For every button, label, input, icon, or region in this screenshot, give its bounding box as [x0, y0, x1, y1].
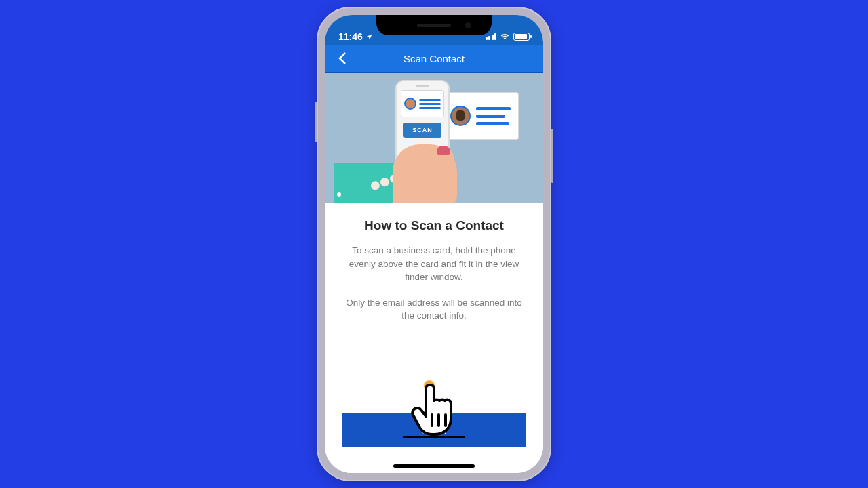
content-paragraph-1: To scan a business card, hold the phone … [342, 244, 526, 284]
nav-bar: Scan Contact [325, 45, 543, 73]
signal-icon [486, 33, 497, 40]
instruction-illustration: SCAN [325, 73, 543, 203]
content-paragraph-2: Only the email address will be scanned i… [342, 296, 526, 323]
page-indicator [337, 192, 341, 197]
status-time: 11:46 [338, 31, 363, 42]
battery-icon [513, 33, 530, 41]
wifi-icon [500, 31, 510, 42]
content-area: How to Scan a Contact To scan a business… [325, 203, 543, 473]
phone-screen: 11:46 Scan Contact [325, 15, 543, 473]
phone-frame: 11:46 Scan Contact [317, 7, 551, 481]
location-icon [366, 33, 373, 41]
device-notch [376, 15, 492, 35]
nav-title: Scan Contact [403, 53, 465, 64]
home-indicator [393, 464, 475, 468]
back-button[interactable] [332, 45, 353, 72]
chevron-left-icon [338, 52, 347, 65]
scan-button[interactable]: Scan [342, 413, 526, 447]
scan-button-label: Scan [422, 424, 446, 436]
content-heading: How to Scan a Contact [342, 218, 526, 233]
